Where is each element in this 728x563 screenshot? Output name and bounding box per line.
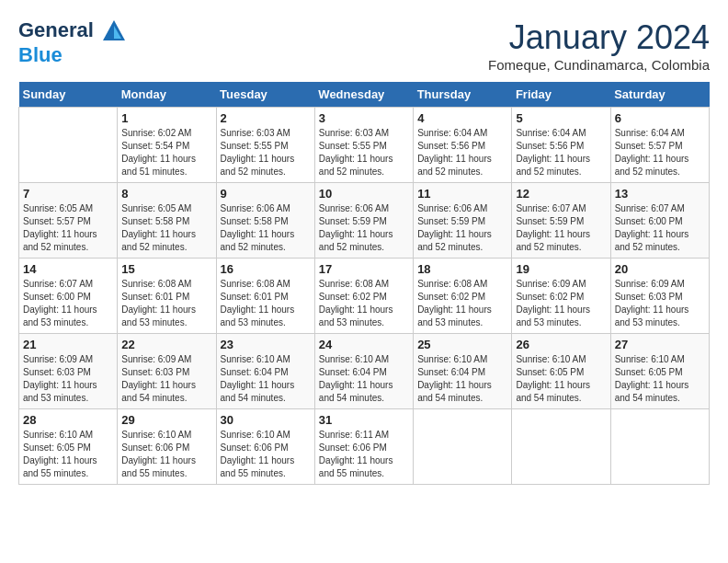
day-number: 22	[121, 338, 211, 351]
day-info: Sunrise: 6:02 AMSunset: 5:54 PMDaylight:…	[121, 127, 211, 178]
day-info: Sunrise: 6:06 AMSunset: 5:59 PMDaylight:…	[319, 202, 409, 254]
weekday-header-wednesday: Wednesday	[314, 82, 413, 108]
day-info: Sunrise: 6:05 AMSunset: 5:57 PMDaylight:…	[23, 202, 113, 254]
day-number: 8	[121, 187, 211, 201]
calendar-week-5: 28Sunrise: 6:10 AMSunset: 6:05 PMDayligh…	[19, 409, 710, 485]
day-number: 30	[221, 413, 311, 427]
calendar-week-2: 7Sunrise: 6:05 AMSunset: 5:57 PMDaylight…	[19, 183, 710, 259]
day-info: Sunrise: 6:10 AMSunset: 6:05 PMDaylight:…	[23, 429, 113, 480]
day-info: Sunrise: 6:09 AMSunset: 6:03 PMDaylight:…	[615, 278, 705, 329]
calendar-table: SundayMondayTuesdayWednesdayThursdayFrid…	[18, 82, 710, 485]
calendar-cell: 1Sunrise: 6:02 AMSunset: 5:54 PMDaylight…	[118, 108, 216, 183]
day-info: Sunrise: 6:10 AMSunset: 6:04 PMDaylight:…	[221, 353, 311, 405]
logo-icon	[101, 18, 127, 44]
day-info: Sunrise: 6:04 AMSunset: 5:56 PMDaylight:…	[516, 127, 606, 178]
day-number: 1	[121, 111, 211, 125]
calendar-cell: 22Sunrise: 6:09 AMSunset: 6:03 PMDayligh…	[118, 334, 216, 409]
weekday-header-tuesday: Tuesday	[216, 82, 314, 108]
day-number: 14	[23, 262, 113, 276]
day-number: 28	[23, 413, 113, 427]
day-info: Sunrise: 6:03 AMSunset: 5:55 PMDaylight:…	[319, 127, 409, 178]
day-number: 29	[121, 413, 211, 427]
location: Fomeque, Cundinamarca, Colombia	[488, 57, 710, 73]
day-number: 25	[417, 338, 507, 351]
logo: General Blue	[18, 18, 127, 66]
weekday-header-saturday: Saturday	[610, 82, 709, 108]
day-info: Sunrise: 6:10 AMSunset: 6:04 PMDaylight:…	[319, 353, 409, 405]
calendar-week-3: 14Sunrise: 6:07 AMSunset: 6:00 PMDayligh…	[19, 259, 710, 334]
calendar-week-1: 1Sunrise: 6:02 AMSunset: 5:54 PMDaylight…	[19, 108, 710, 183]
day-number: 31	[319, 413, 409, 427]
calendar-cell: 20Sunrise: 6:09 AMSunset: 6:03 PMDayligh…	[610, 259, 709, 334]
day-number: 26	[516, 338, 606, 351]
day-info: Sunrise: 6:08 AMSunset: 6:01 PMDaylight:…	[121, 278, 211, 329]
calendar-cell: 2Sunrise: 6:03 AMSunset: 5:55 PMDaylight…	[216, 108, 314, 183]
calendar-cell: 15Sunrise: 6:08 AMSunset: 6:01 PMDayligh…	[118, 259, 216, 334]
day-info: Sunrise: 6:08 AMSunset: 6:01 PMDaylight:…	[221, 278, 311, 329]
calendar-cell: 4Sunrise: 6:04 AMSunset: 5:56 PMDaylight…	[414, 108, 512, 183]
calendar-cell: 14Sunrise: 6:07 AMSunset: 6:00 PMDayligh…	[19, 259, 118, 334]
calendar-cell: 11Sunrise: 6:06 AMSunset: 5:59 PMDayligh…	[414, 183, 512, 259]
calendar-cell: 27Sunrise: 6:10 AMSunset: 6:05 PMDayligh…	[610, 334, 709, 409]
logo-text: General	[18, 18, 127, 44]
day-info: Sunrise: 6:07 AMSunset: 6:00 PMDaylight:…	[615, 202, 705, 254]
day-info: Sunrise: 6:06 AMSunset: 5:59 PMDaylight:…	[417, 202, 507, 254]
day-number: 3	[319, 111, 409, 125]
day-number: 7	[23, 187, 113, 201]
day-info: Sunrise: 6:04 AMSunset: 5:56 PMDaylight:…	[417, 127, 507, 178]
day-info: Sunrise: 6:10 AMSunset: 6:06 PMDaylight:…	[121, 429, 211, 480]
day-number: 19	[516, 262, 606, 276]
day-info: Sunrise: 6:07 AMSunset: 5:59 PMDaylight:…	[516, 202, 606, 254]
day-number: 5	[516, 111, 606, 125]
day-info: Sunrise: 6:11 AMSunset: 6:06 PMDaylight:…	[319, 429, 409, 480]
calendar-cell: 18Sunrise: 6:08 AMSunset: 6:02 PMDayligh…	[414, 259, 512, 334]
calendar-week-4: 21Sunrise: 6:09 AMSunset: 6:03 PMDayligh…	[19, 334, 710, 409]
weekday-header-sunday: Sunday	[19, 82, 118, 108]
day-number: 20	[615, 262, 705, 276]
calendar-cell: 25Sunrise: 6:10 AMSunset: 6:04 PMDayligh…	[414, 334, 512, 409]
day-number: 21	[23, 338, 113, 351]
day-number: 2	[221, 111, 311, 125]
calendar-cell: 13Sunrise: 6:07 AMSunset: 6:00 PMDayligh…	[610, 183, 709, 259]
calendar-cell	[414, 409, 512, 485]
calendar-cell: 31Sunrise: 6:11 AMSunset: 6:06 PMDayligh…	[314, 409, 413, 485]
page-header: General Blue January 2024 Fomeque, Cundi…	[18, 18, 710, 73]
weekday-header-friday: Friday	[512, 82, 610, 108]
weekday-header-monday: Monday	[118, 82, 216, 108]
calendar-cell: 30Sunrise: 6:10 AMSunset: 6:06 PMDayligh…	[216, 409, 314, 485]
day-number: 18	[417, 262, 507, 276]
day-number: 23	[221, 338, 311, 351]
day-number: 10	[319, 187, 409, 201]
calendar-cell: 24Sunrise: 6:10 AMSunset: 6:04 PMDayligh…	[314, 334, 413, 409]
calendar-cell: 10Sunrise: 6:06 AMSunset: 5:59 PMDayligh…	[314, 183, 413, 259]
calendar-cell: 19Sunrise: 6:09 AMSunset: 6:02 PMDayligh…	[512, 259, 610, 334]
calendar-cell: 6Sunrise: 6:04 AMSunset: 5:57 PMDaylight…	[610, 108, 709, 183]
calendar-cell: 3Sunrise: 6:03 AMSunset: 5:55 PMDaylight…	[314, 108, 413, 183]
day-number: 9	[221, 187, 311, 201]
calendar-cell: 12Sunrise: 6:07 AMSunset: 5:59 PMDayligh…	[512, 183, 610, 259]
day-number: 27	[615, 338, 705, 351]
day-info: Sunrise: 6:10 AMSunset: 6:06 PMDaylight:…	[221, 429, 311, 480]
day-number: 16	[221, 262, 311, 276]
calendar-cell: 9Sunrise: 6:06 AMSunset: 5:58 PMDaylight…	[216, 183, 314, 259]
day-info: Sunrise: 6:08 AMSunset: 6:02 PMDaylight:…	[319, 278, 409, 329]
calendar-cell	[512, 409, 610, 485]
day-info: Sunrise: 6:07 AMSunset: 6:00 PMDaylight:…	[23, 278, 113, 329]
day-info: Sunrise: 6:09 AMSunset: 6:03 PMDaylight:…	[121, 353, 211, 405]
day-number: 6	[615, 111, 705, 125]
calendar-cell	[19, 108, 118, 183]
calendar-cell	[610, 409, 709, 485]
day-info: Sunrise: 6:05 AMSunset: 5:58 PMDaylight:…	[121, 202, 211, 254]
day-info: Sunrise: 6:04 AMSunset: 5:57 PMDaylight:…	[615, 127, 705, 178]
day-info: Sunrise: 6:10 AMSunset: 6:05 PMDaylight:…	[516, 353, 606, 405]
calendar-cell: 29Sunrise: 6:10 AMSunset: 6:06 PMDayligh…	[118, 409, 216, 485]
calendar-cell: 16Sunrise: 6:08 AMSunset: 6:01 PMDayligh…	[216, 259, 314, 334]
calendar-cell: 8Sunrise: 6:05 AMSunset: 5:58 PMDaylight…	[118, 183, 216, 259]
logo-blue: Blue	[18, 44, 127, 66]
day-number: 11	[417, 187, 507, 201]
calendar-cell: 28Sunrise: 6:10 AMSunset: 6:05 PMDayligh…	[19, 409, 118, 485]
day-info: Sunrise: 6:03 AMSunset: 5:55 PMDaylight:…	[221, 127, 311, 178]
day-info: Sunrise: 6:09 AMSunset: 6:02 PMDaylight:…	[516, 278, 606, 329]
calendar-cell: 21Sunrise: 6:09 AMSunset: 6:03 PMDayligh…	[19, 334, 118, 409]
calendar-cell: 23Sunrise: 6:10 AMSunset: 6:04 PMDayligh…	[216, 334, 314, 409]
